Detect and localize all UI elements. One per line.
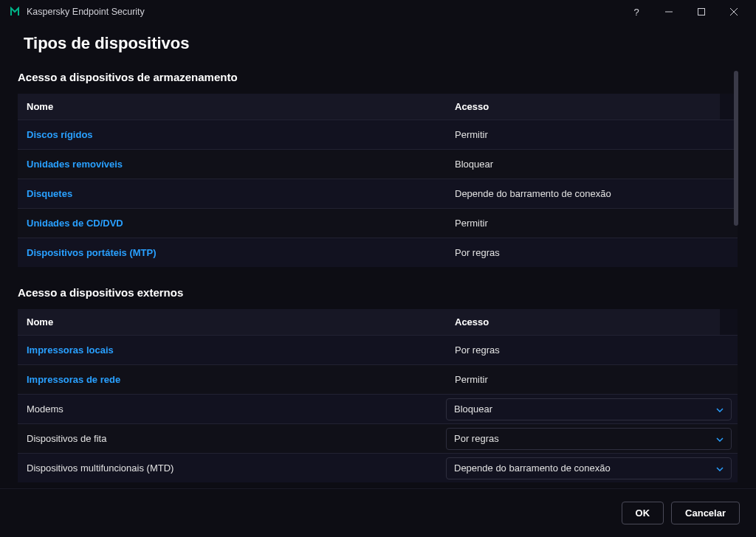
table-row[interactable]: Discos rígidos Permitir (18, 119, 738, 149)
external-table: Nome Acesso Impressoras locais Por regra… (18, 309, 738, 482)
device-link[interactable]: Discos rígidos (27, 129, 93, 140)
access-value: Depende do barramento de conexão (446, 181, 738, 207)
cancel-button[interactable]: Cancelar (671, 502, 740, 524)
col-header-access[interactable]: Acesso (446, 94, 720, 119)
dialog-footer: OK Cancelar (0, 488, 756, 537)
ok-button[interactable]: OK (622, 502, 664, 524)
device-link[interactable]: Impressoras de rede (27, 374, 120, 385)
section-title-external: Acesso a dispositivos externos (18, 286, 738, 299)
page-title: Tipos de dispositivos (24, 34, 738, 53)
table-row[interactable]: Unidades removíveis Bloquear (18, 149, 738, 179)
device-name: Dispositivos multifuncionais (MTD) (18, 455, 446, 481)
device-name: Modems (18, 396, 446, 422)
table-row[interactable]: Modems Bloquear (18, 394, 738, 423)
access-value: Bloquear (446, 151, 738, 177)
maximize-button[interactable] (685, 0, 718, 24)
storage-table: Nome Acesso Discos rígidos Permitir Unid… (18, 94, 738, 267)
help-button[interactable]: ? (620, 0, 653, 24)
col-header-name[interactable]: Nome (18, 309, 446, 335)
chevron-down-icon (716, 462, 724, 474)
select-value: Depende do barramento de conexão (454, 462, 611, 474)
minimize-icon (665, 8, 673, 15)
table-row[interactable]: Dispositivos portáteis (MTP) Por regras (18, 238, 738, 267)
scrollbar-track[interactable] (734, 71, 738, 488)
access-value: Permitir (446, 367, 738, 392)
app-title: Kaspersky Endpoint Security (27, 7, 145, 17)
device-link[interactable]: Disquetes (27, 188, 72, 199)
chevron-down-icon (716, 433, 724, 444)
svg-rect-1 (698, 9, 705, 15)
minimize-button[interactable] (653, 0, 685, 24)
scrollbar-thumb[interactable] (734, 71, 738, 226)
access-value: Permitir (446, 210, 738, 236)
scroll-region: Acesso a dispositivos de armazenamento N… (18, 71, 738, 488)
select-value: Por regras (454, 433, 499, 444)
col-header-name[interactable]: Nome (18, 94, 446, 119)
table-row[interactable]: Unidades de CD/DVD Permitir (18, 208, 738, 238)
content-area: Tipos de dispositivos Acesso a dispositi… (0, 24, 756, 488)
access-select[interactable]: Por regras (446, 428, 732, 450)
access-value: Por regras (446, 240, 738, 266)
access-value: Permitir (446, 122, 738, 148)
external-table-body: Impressoras locais Por regras Impressora… (18, 335, 738, 482)
col-header-access[interactable]: Acesso (446, 309, 720, 335)
storage-table-body: Discos rígidos Permitir Unidades removív… (18, 119, 738, 267)
table-row[interactable]: Impressoras locais Por regras (18, 335, 738, 364)
access-value: Por regras (446, 337, 738, 363)
close-icon (730, 8, 738, 15)
access-select[interactable]: Bloquear (446, 398, 732, 420)
table-row[interactable]: Impressoras de rede Permitir (18, 364, 738, 394)
select-value: Bloquear (454, 403, 492, 415)
device-link[interactable]: Unidades de CD/DVD (27, 218, 123, 229)
chevron-down-icon (716, 403, 724, 415)
device-name: Dispositivos de fita (18, 426, 446, 451)
app-logo-icon (9, 6, 21, 18)
device-link[interactable]: Impressoras locais (27, 344, 114, 356)
maximize-icon (698, 8, 705, 15)
device-link[interactable]: Unidades removíveis (27, 159, 123, 170)
table-row[interactable]: Disquetes Depende do barramento de conex… (18, 179, 738, 208)
device-link[interactable]: Dispositivos portáteis (MTP) (27, 247, 157, 258)
table-header: Nome Acesso (18, 309, 738, 335)
section-title-storage: Acesso a dispositivos de armazenamento (18, 71, 738, 83)
help-icon: ? (633, 7, 639, 18)
table-row[interactable]: Dispositivos multifuncionais (MTD) Depen… (18, 453, 738, 482)
table-header: Nome Acesso (18, 94, 738, 119)
close-button[interactable] (718, 0, 750, 24)
table-row[interactable]: Dispositivos de fita Por regras (18, 423, 738, 453)
access-select[interactable]: Depende do barramento de conexão (446, 457, 732, 479)
titlebar: Kaspersky Endpoint Security ? (0, 0, 756, 24)
